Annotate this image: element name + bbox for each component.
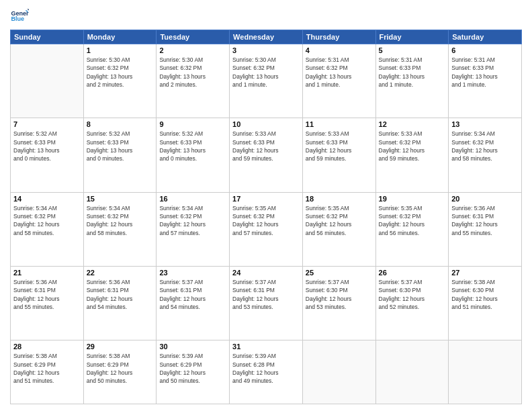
day-number: 18 [306, 195, 373, 203]
calendar-cell: 21Sunrise: 5:36 AM Sunset: 6:31 PM Dayli… [11, 267, 84, 340]
calendar-cell: 24Sunrise: 5:37 AM Sunset: 6:31 PM Dayli… [230, 267, 303, 340]
calendar-week-1: 1Sunrise: 5:30 AM Sunset: 6:32 PM Daylig… [11, 44, 522, 118]
day-info: Sunrise: 5:37 AM Sunset: 6:31 PM Dayligh… [232, 278, 300, 311]
day-info: Sunrise: 5:36 AM Sunset: 6:31 PM Dayligh… [87, 278, 154, 311]
day-info: Sunrise: 5:32 AM Sunset: 6:33 PM Dayligh… [13, 130, 81, 163]
calendar-week-4: 21Sunrise: 5:36 AM Sunset: 6:31 PM Dayli… [11, 267, 522, 340]
day-number: 6 [451, 46, 519, 54]
day-number: 11 [306, 120, 373, 128]
svg-text:Blue: Blue [11, 15, 24, 22]
calendar-table: SundayMondayTuesdayWednesdayThursdayFrid… [10, 30, 522, 404]
day-number: 3 [232, 46, 300, 54]
calendar-cell [375, 340, 449, 404]
day-info: Sunrise: 5:31 AM Sunset: 6:33 PM Dayligh… [379, 56, 446, 89]
day-info: Sunrise: 5:31 AM Sunset: 6:33 PM Dayligh… [451, 56, 519, 89]
day-number: 19 [379, 195, 446, 203]
calendar-cell [449, 340, 522, 404]
day-number: 13 [451, 120, 519, 128]
day-info: Sunrise: 5:34 AM Sunset: 6:32 PM Dayligh… [87, 204, 154, 237]
weekday-header-row: SundayMondayTuesdayWednesdayThursdayFrid… [11, 30, 522, 44]
day-number: 27 [451, 269, 519, 277]
calendar-cell: 9Sunrise: 5:32 AM Sunset: 6:33 PM Daylig… [157, 118, 230, 192]
day-number: 29 [87, 342, 154, 351]
day-info: Sunrise: 5:39 AM Sunset: 6:28 PM Dayligh… [232, 352, 300, 385]
day-number: 23 [159, 269, 226, 277]
day-number: 12 [379, 120, 446, 128]
day-info: Sunrise: 5:34 AM Sunset: 6:32 PM Dayligh… [159, 204, 226, 237]
day-number: 9 [159, 120, 226, 128]
calendar-week-2: 7Sunrise: 5:32 AM Sunset: 6:33 PM Daylig… [11, 118, 522, 192]
day-info: Sunrise: 5:34 AM Sunset: 6:32 PM Dayligh… [451, 130, 519, 163]
weekday-monday: Monday [83, 30, 157, 44]
weekday-wednesday: Wednesday [230, 30, 303, 44]
day-info: Sunrise: 5:36 AM Sunset: 6:31 PM Dayligh… [13, 278, 81, 311]
day-info: Sunrise: 5:34 AM Sunset: 6:32 PM Dayligh… [13, 204, 81, 237]
calendar-week-5: 28Sunrise: 5:38 AM Sunset: 6:29 PM Dayli… [11, 340, 522, 404]
calendar-cell: 7Sunrise: 5:32 AM Sunset: 6:33 PM Daylig… [11, 118, 84, 192]
day-info: Sunrise: 5:30 AM Sunset: 6:32 PM Dayligh… [232, 56, 300, 89]
day-info: Sunrise: 5:36 AM Sunset: 6:31 PM Dayligh… [451, 204, 519, 237]
day-number: 17 [232, 195, 300, 203]
calendar-cell: 8Sunrise: 5:32 AM Sunset: 6:33 PM Daylig… [83, 118, 157, 192]
calendar-cell: 3Sunrise: 5:30 AM Sunset: 6:32 PM Daylig… [230, 44, 303, 118]
day-info: Sunrise: 5:35 AM Sunset: 6:32 PM Dayligh… [306, 204, 373, 237]
calendar-cell: 23Sunrise: 5:37 AM Sunset: 6:31 PM Dayli… [157, 267, 230, 340]
calendar-cell: 15Sunrise: 5:34 AM Sunset: 6:32 PM Dayli… [83, 192, 157, 266]
day-info: Sunrise: 5:37 AM Sunset: 6:31 PM Dayligh… [159, 278, 226, 311]
weekday-tuesday: Tuesday [157, 30, 230, 44]
day-info: Sunrise: 5:38 AM Sunset: 6:29 PM Dayligh… [13, 352, 81, 385]
day-info: Sunrise: 5:31 AM Sunset: 6:32 PM Dayligh… [306, 56, 373, 89]
weekday-thursday: Thursday [302, 30, 375, 44]
day-info: Sunrise: 5:38 AM Sunset: 6:29 PM Dayligh… [87, 352, 154, 385]
day-number: 1 [87, 46, 154, 54]
weekday-saturday: Saturday [449, 30, 522, 44]
calendar-cell [302, 340, 375, 404]
day-number: 10 [232, 120, 300, 128]
calendar-cell [11, 44, 84, 118]
calendar-cell: 27Sunrise: 5:38 AM Sunset: 6:30 PM Dayli… [449, 267, 522, 340]
day-number: 5 [379, 46, 446, 54]
day-info: Sunrise: 5:37 AM Sunset: 6:30 PM Dayligh… [306, 278, 373, 311]
day-number: 7 [13, 120, 81, 128]
weekday-sunday: Sunday [11, 30, 84, 44]
day-number: 4 [306, 46, 373, 54]
day-info: Sunrise: 5:33 AM Sunset: 6:32 PM Dayligh… [379, 130, 446, 163]
day-info: Sunrise: 5:33 AM Sunset: 6:33 PM Dayligh… [306, 130, 373, 163]
logo: General Blue [10, 7, 32, 26]
day-number: 30 [159, 342, 226, 351]
day-number: 28 [13, 342, 81, 351]
calendar-cell: 30Sunrise: 5:39 AM Sunset: 6:29 PM Dayli… [157, 340, 230, 404]
calendar-cell: 16Sunrise: 5:34 AM Sunset: 6:32 PM Dayli… [157, 192, 230, 266]
day-info: Sunrise: 5:30 AM Sunset: 6:32 PM Dayligh… [159, 56, 226, 89]
day-number: 8 [87, 120, 154, 128]
header: General Blue [10, 7, 522, 26]
calendar-cell: 5Sunrise: 5:31 AM Sunset: 6:33 PM Daylig… [375, 44, 449, 118]
calendar-cell: 6Sunrise: 5:31 AM Sunset: 6:33 PM Daylig… [449, 44, 522, 118]
day-number: 20 [451, 195, 519, 203]
calendar-cell: 4Sunrise: 5:31 AM Sunset: 6:32 PM Daylig… [302, 44, 375, 118]
logo-icon: General Blue [10, 7, 29, 26]
day-number: 21 [13, 269, 81, 277]
day-info: Sunrise: 5:30 AM Sunset: 6:32 PM Dayligh… [87, 56, 154, 89]
calendar-cell: 22Sunrise: 5:36 AM Sunset: 6:31 PM Dayli… [83, 267, 157, 340]
calendar-cell: 25Sunrise: 5:37 AM Sunset: 6:30 PM Dayli… [302, 267, 375, 340]
day-number: 25 [306, 269, 373, 277]
day-info: Sunrise: 5:37 AM Sunset: 6:30 PM Dayligh… [379, 278, 446, 311]
day-number: 2 [159, 46, 226, 54]
calendar-cell: 14Sunrise: 5:34 AM Sunset: 6:32 PM Dayli… [11, 192, 84, 266]
calendar-cell: 10Sunrise: 5:33 AM Sunset: 6:33 PM Dayli… [230, 118, 303, 192]
day-number: 15 [87, 195, 154, 203]
calendar-cell: 19Sunrise: 5:35 AM Sunset: 6:32 PM Dayli… [375, 192, 449, 266]
day-info: Sunrise: 5:33 AM Sunset: 6:33 PM Dayligh… [232, 130, 300, 163]
day-info: Sunrise: 5:32 AM Sunset: 6:33 PM Dayligh… [87, 130, 154, 163]
day-number: 26 [379, 269, 446, 277]
day-info: Sunrise: 5:32 AM Sunset: 6:33 PM Dayligh… [159, 130, 226, 163]
weekday-friday: Friday [375, 30, 449, 44]
calendar-cell: 26Sunrise: 5:37 AM Sunset: 6:30 PM Dayli… [375, 267, 449, 340]
day-number: 16 [159, 195, 226, 203]
day-info: Sunrise: 5:38 AM Sunset: 6:30 PM Dayligh… [451, 278, 519, 311]
day-info: Sunrise: 5:35 AM Sunset: 6:32 PM Dayligh… [232, 204, 300, 237]
calendar-cell: 28Sunrise: 5:38 AM Sunset: 6:29 PM Dayli… [11, 340, 84, 404]
day-number: 24 [232, 269, 300, 277]
calendar-week-3: 14Sunrise: 5:34 AM Sunset: 6:32 PM Dayli… [11, 192, 522, 266]
